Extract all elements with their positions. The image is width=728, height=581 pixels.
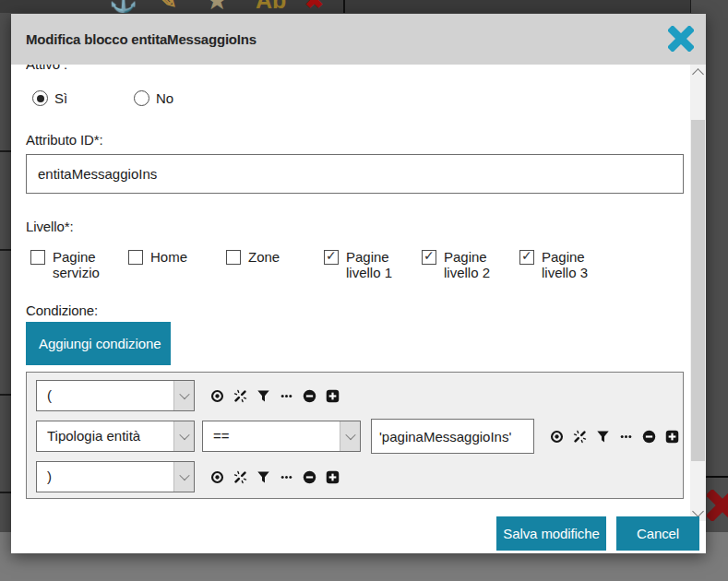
livello-label: Livello*: — [26, 219, 684, 234]
remove-icon[interactable] — [642, 430, 656, 444]
background-divider — [706, 476, 728, 478]
condition-row-actions — [210, 470, 340, 484]
modal-body: Attivo : SìNo Attributo ID*: Livello*: P… — [11, 65, 706, 553]
scroll-down-icon[interactable] — [692, 505, 704, 517]
checkbox-option[interactable]: Pagine livello 1 — [324, 249, 422, 282]
condition-select-value: == — [203, 421, 340, 451]
radio-option[interactable]: No — [134, 90, 173, 106]
background-toolbar: ⚓✎★Ab✖ — [0, 0, 691, 13]
save-button[interactable]: Salva modifiche — [496, 516, 606, 551]
modal-form: Attivo : SìNo Attributo ID*: Livello*: P… — [26, 65, 684, 499]
chevron-down-icon[interactable] — [173, 381, 194, 410]
add-condition-button[interactable]: Aggiungi condizione — [26, 322, 171, 365]
checkbox-unchecked-icon[interactable] — [30, 250, 45, 265]
modal-title: Modifica blocco entitaMessaggioIns — [26, 31, 257, 47]
close-icon[interactable] — [668, 26, 694, 52]
filter-icon[interactable] — [257, 470, 270, 484]
radio-option[interactable]: Sì — [32, 90, 67, 106]
attivo-radio-group: SìNo — [26, 90, 684, 107]
checkbox-option[interactable]: Zone — [226, 249, 324, 282]
checkbox-label: Pagine livello 1 — [346, 249, 405, 280]
checkbox-unchecked-icon[interactable] — [226, 250, 241, 265]
condition-row: ) — [36, 461, 683, 492]
toolbar-divider — [343, 0, 345, 13]
attivo-field: Attivo : — [26, 65, 684, 74]
remove-icon[interactable] — [303, 470, 316, 484]
scroll-up-icon[interactable] — [692, 68, 704, 80]
target-icon[interactable] — [210, 470, 224, 484]
chevron-down-icon[interactable] — [173, 421, 194, 451]
edit-block-modal: Modifica blocco entitaMessaggioIns Attiv… — [11, 14, 706, 553]
condition-select-value: Tipologia entità — [37, 421, 173, 451]
livello-checkbox-group: Pagine servizioHomeZonePagine livello 1P… — [26, 249, 684, 282]
modal-header: Modifica blocco entitaMessaggioIns — [11, 14, 706, 65]
anchor-icon: ⚓ — [109, 0, 137, 13]
checkbox-checked-icon[interactable] — [422, 250, 436, 265]
background-divider — [0, 150, 11, 152]
add-icon[interactable] — [326, 470, 340, 484]
radio-unselected-icon[interactable] — [134, 90, 149, 106]
checkbox-option[interactable]: Home — [128, 249, 226, 282]
condition-row-actions — [210, 389, 340, 403]
unlink-icon[interactable] — [233, 389, 247, 403]
condition-row: ( — [36, 380, 683, 411]
radio-selected-icon[interactable] — [32, 90, 48, 106]
ellipsis-icon[interactable] — [280, 389, 293, 403]
condition-builder-panel: ( Tipologia entità== — [26, 372, 684, 499]
ab-text-icon: Ab — [256, 0, 286, 13]
add-icon[interactable] — [326, 389, 340, 403]
radio-label: No — [156, 90, 173, 106]
background-divider — [0, 394, 11, 396]
unlink-icon[interactable] — [233, 470, 247, 484]
filter-icon[interactable] — [596, 430, 610, 444]
checkbox-label: Home — [150, 249, 187, 265]
star-icon: ★ — [207, 0, 227, 13]
edit-icon: ✎ — [158, 0, 177, 13]
unlink-icon[interactable] — [573, 430, 587, 444]
attivo-label: Attivo : — [26, 65, 684, 72]
checkbox-label: Pagine livello 2 — [444, 249, 503, 280]
condition-select[interactable]: ( — [36, 380, 195, 411]
checkbox-label: Pagine servizio — [53, 249, 112, 280]
condition-row-actions — [550, 430, 679, 444]
condition-select-value: ( — [37, 381, 173, 410]
vertical-scrollbar[interactable] — [690, 65, 706, 521]
condition-select-value: ) — [37, 462, 173, 492]
radio-label: Sì — [54, 90, 67, 106]
scrollbar-thumb[interactable] — [691, 120, 705, 461]
checkbox-checked-icon[interactable] — [519, 250, 534, 265]
condition-select[interactable]: ) — [36, 461, 195, 492]
condition-row: Tipologia entità== — [36, 419, 683, 454]
ellipsis-icon[interactable] — [280, 470, 293, 484]
cancel-button[interactable]: Cancel — [616, 516, 699, 551]
delete-icon — [707, 490, 728, 521]
condition-select[interactable]: Tipologia entità — [36, 421, 195, 452]
condizione-label: Condizione: — [26, 302, 684, 318]
target-icon[interactable] — [550, 430, 564, 444]
delete-icon: ✖ — [304, 0, 324, 13]
checkbox-checked-icon[interactable] — [324, 250, 339, 265]
background-divider — [0, 249, 11, 251]
checkbox-option[interactable]: Pagine servizio — [30, 249, 128, 282]
checkbox-option[interactable]: Pagine livello 3 — [519, 249, 617, 282]
attributo-id-input[interactable] — [26, 154, 684, 194]
checkbox-label: Pagine livello 3 — [542, 249, 601, 280]
checkbox-label: Zone — [248, 249, 280, 265]
add-icon[interactable] — [665, 430, 679, 444]
filter-icon[interactable] — [257, 389, 270, 403]
condition-select[interactable]: == — [202, 421, 361, 452]
target-icon[interactable] — [210, 389, 224, 403]
chevron-down-icon[interactable] — [173, 462, 194, 492]
remove-icon[interactable] — [303, 389, 316, 403]
chevron-down-icon[interactable] — [340, 421, 360, 451]
checkbox-unchecked-icon[interactable] — [128, 250, 143, 265]
attributo-id-label: Attributo ID*: — [26, 132, 684, 148]
checkbox-option[interactable]: Pagine livello 2 — [422, 249, 519, 282]
ellipsis-icon[interactable] — [619, 430, 633, 444]
background-divider — [0, 492, 11, 493]
condition-value-input[interactable] — [371, 419, 534, 454]
